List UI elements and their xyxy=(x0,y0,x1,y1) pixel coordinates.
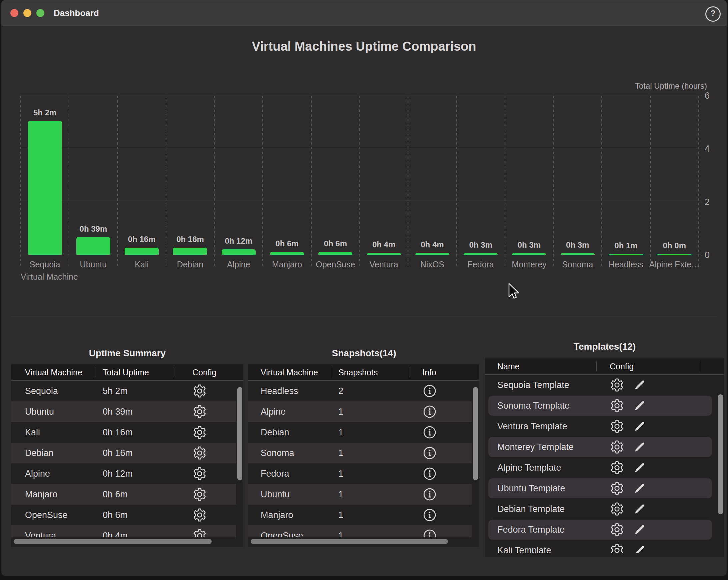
vm-uptime: 0h 6m xyxy=(96,510,174,520)
gear-icon[interactable] xyxy=(192,425,207,440)
vm-name: Alpine xyxy=(248,407,331,417)
table-row[interactable]: OpenSuse 1 xyxy=(248,525,472,537)
bar-monterey[interactable] xyxy=(512,253,546,255)
info-icon[interactable] xyxy=(422,404,437,419)
templates-vscrollbar[interactable] xyxy=(718,374,723,553)
x-tick-label: Ventura xyxy=(370,260,398,269)
table-row[interactable]: Manjaro 1 xyxy=(248,505,472,525)
gear-icon[interactable] xyxy=(610,378,624,392)
gear-icon[interactable] xyxy=(192,404,207,419)
table-row[interactable]: Ubuntu Template xyxy=(485,478,717,499)
uptime-summary-hscrollbar[interactable] xyxy=(14,539,241,544)
pencil-icon[interactable] xyxy=(633,420,646,433)
bar-kali[interactable] xyxy=(125,248,159,255)
bar-manjaro[interactable] xyxy=(270,252,304,255)
gear-icon[interactable] xyxy=(610,502,624,516)
bar-headless[interactable] xyxy=(609,254,643,255)
gear-icon[interactable] xyxy=(610,481,624,496)
bar-sonoma[interactable] xyxy=(561,253,595,255)
help-icon[interactable]: ? xyxy=(705,6,721,22)
bar-alpine[interactable] xyxy=(222,249,256,255)
close-button[interactable] xyxy=(10,9,18,17)
table-row[interactable]: Headless 2 xyxy=(248,381,472,401)
table-row[interactable]: Sequoia Template xyxy=(485,375,717,395)
table-row[interactable]: Ubuntu 1 xyxy=(248,484,472,505)
x-tick-label: Debian xyxy=(177,260,203,269)
bar-alpine-exte-[interactable] xyxy=(657,254,691,255)
gear-icon[interactable] xyxy=(192,384,207,398)
pencil-icon[interactable] xyxy=(633,440,646,454)
y-tick-label: 4 xyxy=(705,144,710,154)
info-icon[interactable] xyxy=(422,384,437,398)
vm-name: Manjaro xyxy=(11,489,96,500)
gear-icon[interactable] xyxy=(192,466,207,481)
template-name: Alpine Template xyxy=(485,463,596,473)
pencil-icon[interactable] xyxy=(633,523,646,536)
window-title: Dashboard xyxy=(54,0,99,26)
table-row[interactable]: Kali Template xyxy=(485,540,717,553)
pencil-icon[interactable] xyxy=(633,399,646,412)
gear-icon[interactable] xyxy=(610,398,624,413)
bar-nixos[interactable] xyxy=(415,253,449,255)
table-row[interactable]: Fedora 1 xyxy=(248,463,472,484)
info-icon[interactable] xyxy=(422,466,437,481)
gear-icon[interactable] xyxy=(192,508,207,522)
pencil-icon[interactable] xyxy=(633,502,646,516)
pencil-icon[interactable] xyxy=(633,461,646,474)
vm-uptime: 0h 4m xyxy=(96,531,174,538)
chart-bar-slot: 0h 4mVentura xyxy=(360,96,408,255)
chart-bar-slot: 0h 16mDebian xyxy=(166,96,214,255)
pencil-icon[interactable] xyxy=(633,544,646,553)
info-icon[interactable] xyxy=(422,528,437,537)
bar-fedora[interactable] xyxy=(464,253,498,255)
table-row[interactable]: Ubuntu 0h 39m xyxy=(11,401,236,422)
gear-icon[interactable] xyxy=(610,460,624,475)
bar-value-label: 0h 12m xyxy=(225,236,252,246)
table-row[interactable]: Manjaro 0h 6m xyxy=(11,484,236,505)
table-row[interactable]: Ventura Template xyxy=(485,416,717,437)
vm-uptime: 0h 39m xyxy=(96,407,174,417)
vm-name: Ubuntu xyxy=(11,407,96,417)
uptime-summary-vscrollbar[interactable] xyxy=(237,380,242,537)
table-row[interactable]: Alpine 0h 12m xyxy=(11,463,236,484)
gear-icon[interactable] xyxy=(192,446,207,460)
snapshots-hscrollbar[interactable] xyxy=(251,539,476,544)
table-row[interactable]: Fedora Template xyxy=(485,519,717,540)
pencil-icon[interactable] xyxy=(633,378,646,392)
table-row[interactable]: Debian 0h 16m xyxy=(11,443,236,463)
table-row[interactable]: Sonoma Template xyxy=(485,395,717,416)
pencil-icon[interactable] xyxy=(633,482,646,495)
table-row[interactable]: Alpine Template xyxy=(485,457,717,478)
snapshots-vscrollbar[interactable] xyxy=(473,380,478,537)
bar-debian[interactable] xyxy=(173,248,207,255)
gear-icon[interactable] xyxy=(610,440,624,454)
zoom-button[interactable] xyxy=(36,9,44,17)
table-row[interactable]: Sonoma 1 xyxy=(248,443,472,463)
info-icon[interactable] xyxy=(422,508,437,522)
gear-icon[interactable] xyxy=(192,487,207,502)
info-icon[interactable] xyxy=(422,446,437,460)
info-icon[interactable] xyxy=(422,487,437,502)
x-tick-label: Monterey xyxy=(512,260,546,269)
gear-icon[interactable] xyxy=(610,543,624,553)
table-row[interactable]: Monterey Template xyxy=(485,437,717,457)
gear-icon[interactable] xyxy=(610,419,624,434)
table-row[interactable]: Debian 1 xyxy=(248,422,472,443)
info-icon[interactable] xyxy=(422,425,437,440)
bar-ventura[interactable] xyxy=(367,253,401,255)
bar-value-label: 0h 1m xyxy=(614,241,637,251)
bar-sequoia[interactable] xyxy=(28,121,62,255)
gear-icon[interactable] xyxy=(610,522,624,537)
minimize-button[interactable] xyxy=(23,9,31,17)
table-row[interactable]: Alpine 1 xyxy=(248,401,472,422)
table-row[interactable]: Sequoia 5h 2m xyxy=(11,381,236,401)
table-row[interactable]: Debian Template xyxy=(485,499,717,519)
bar-opensuse[interactable] xyxy=(318,252,352,255)
gear-icon[interactable] xyxy=(192,528,207,537)
table-row[interactable]: OpenSuse 0h 6m xyxy=(11,505,236,525)
bar-ubuntu[interactable] xyxy=(76,237,110,255)
bar-value-label: 5h 2m xyxy=(33,108,56,117)
table-row[interactable]: Kali 0h 16m xyxy=(11,422,236,443)
table-row[interactable]: Ventura 0h 4m xyxy=(11,525,236,537)
templates-header: Name Config xyxy=(485,358,724,375)
